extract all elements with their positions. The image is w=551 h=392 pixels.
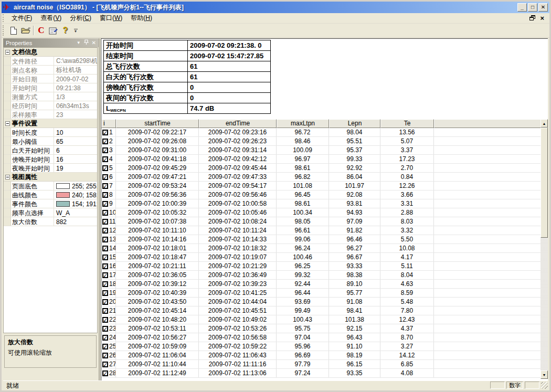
column-header-Te[interactable]: Te (380, 119, 434, 128)
property-value[interactable]: 23 (54, 110, 97, 119)
minimize-button[interactable]: _ (517, 3, 527, 12)
property-value[interactable]: C:\awa6298\机场 (54, 57, 97, 65)
table-row[interactable]: 182009-07-02 10:39:122009-07-02 10:39:23… (101, 280, 541, 289)
checkbox-checked-icon[interactable] (102, 335, 108, 341)
column-header-i[interactable]: i (101, 119, 116, 128)
checkbox-checked-icon[interactable] (102, 201, 108, 207)
scroll-down-icon[interactable]: ▼ (541, 370, 548, 379)
menu-item-C[interactable]: 分析(C) (66, 13, 96, 24)
checkbox-checked-icon[interactable] (102, 370, 108, 376)
property-value[interactable]: 240; 158; 15 (54, 190, 97, 199)
properties-button[interactable] (47, 25, 59, 36)
checkbox-checked-icon[interactable] (102, 326, 108, 332)
menu-item-V[interactable]: 查看(V) (36, 13, 66, 24)
property-value[interactable]: 1/3 (54, 92, 97, 101)
column-header-maxLtpn[interactable]: maxLtpn (277, 119, 329, 128)
collapse-icon[interactable] (5, 50, 10, 55)
checkbox-checked-icon[interactable] (102, 156, 108, 162)
property-value[interactable]: 65 (54, 137, 97, 145)
checkbox-checked-icon[interactable] (102, 272, 108, 278)
checkbox-checked-icon[interactable] (102, 246, 108, 251)
property-value[interactable]: 2009-07-02 (54, 75, 97, 83)
table-row[interactable]: 82009-07-02 09:56:362009-07-02 09:56:469… (101, 190, 541, 199)
table-row[interactable]: 152009-07-02 10:18:472009-07-02 10:19:07… (101, 253, 541, 262)
checkbox-checked-icon[interactable] (102, 210, 108, 216)
properties-panel-header[interactable]: Properties ▼ ✕ (3, 38, 99, 47)
collapse-icon[interactable] (5, 175, 10, 179)
checkbox-checked-icon[interactable] (102, 139, 108, 144)
checkbox-checked-icon[interactable] (102, 290, 108, 296)
property-value[interactable]: 09:21:38 (54, 83, 97, 92)
scroll-up-icon[interactable]: ▲ (541, 119, 548, 128)
table-row[interactable]: 32009-07-02 09:31:002009-07-02 09:31:141… (101, 146, 541, 155)
mdi-close-icon[interactable]: × (540, 15, 544, 21)
mdi-restore-icon[interactable] (529, 15, 536, 21)
checkbox-checked-icon[interactable] (102, 174, 108, 180)
table-row[interactable]: 52009-07-02 09:45:292009-07-02 09:45:449… (101, 164, 541, 173)
toolbar-options-icon[interactable]: ▼ (72, 29, 79, 33)
table-row[interactable]: 192009-07-02 10:40:392009-07-02 10:41:25… (101, 289, 541, 298)
table-row[interactable]: 202009-07-02 10:43:502009-07-02 10:44:04… (101, 298, 541, 306)
toolbar-grip[interactable] (3, 25, 5, 36)
table-row[interactable]: 132009-07-02 10:14:162009-07-02 10:14:33… (101, 235, 541, 244)
menu-item-F[interactable]: 文件(F) (7, 13, 36, 24)
checkbox-checked-icon[interactable] (102, 317, 108, 323)
property-value[interactable]: 19 (54, 164, 97, 172)
property-section-header[interactable]: 事件设置 (4, 119, 97, 128)
table-row[interactable]: 272009-07-02 11:10:442009-07-02 11:11:16… (101, 360, 541, 369)
c-weighting-button[interactable]: C (35, 25, 47, 36)
menu-item-W[interactable]: 窗口(W) (96, 13, 126, 24)
column-header-spacer[interactable] (434, 119, 541, 128)
panel-menu-chevron-icon[interactable]: ▼ (77, 40, 81, 45)
property-value[interactable]: W_A (54, 208, 97, 217)
checkbox-checked-icon[interactable] (102, 130, 108, 135)
checkbox-checked-icon[interactable] (102, 344, 108, 349)
checkbox-checked-icon[interactable] (102, 353, 108, 358)
new-document-button[interactable] (7, 25, 19, 36)
property-value[interactable]: 882 (54, 217, 97, 226)
column-header-Lepn[interactable]: Lepn (329, 119, 380, 128)
table-row[interactable]: 22009-07-02 09:26:082009-07-02 09:26:239… (101, 137, 541, 146)
menu-item-H[interactable]: 帮助(H) (126, 13, 156, 24)
table-row[interactable]: 282009-07-02 11:12:492009-07-02 11:13:06… (101, 369, 541, 378)
checkbox-checked-icon[interactable] (102, 183, 108, 189)
help-button[interactable]: ? (59, 25, 71, 36)
scrollbar-thumb[interactable] (541, 128, 548, 238)
checkbox-checked-icon[interactable] (102, 237, 108, 242)
table-row[interactable]: 92009-07-02 10:00:392009-07-02 10:00:589… (101, 199, 541, 208)
property-value[interactable]: 06h34m13s (54, 101, 97, 110)
table-row[interactable]: 212009-07-02 10:45:142009-07-02 10:45:51… (101, 306, 541, 315)
table-row[interactable]: 72009-07-02 09:53:242009-07-02 09:54:171… (101, 182, 541, 190)
collapse-icon[interactable] (5, 121, 10, 126)
open-button[interactable] (19, 25, 31, 36)
table-row[interactable]: 62009-07-02 09:47:212009-07-02 09:47:339… (101, 173, 541, 182)
checkbox-checked-icon[interactable] (102, 281, 108, 287)
checkbox-checked-icon[interactable] (102, 147, 108, 153)
menubar-grip[interactable] (3, 14, 5, 22)
checkbox-checked-icon[interactable] (102, 299, 108, 305)
table-row[interactable]: 42009-07-02 09:41:182009-07-02 09:42:129… (101, 155, 541, 164)
checkbox-checked-icon[interactable] (102, 263, 108, 269)
property-section-header[interactable]: 视图属性 (4, 173, 97, 182)
table-row[interactable]: 12009-07-02 09:22:172009-07-02 09:23:169… (101, 128, 541, 137)
vertical-scrollbar[interactable]: ▲ ▼ (541, 119, 548, 379)
table-row[interactable]: 162009-07-02 10:21:112009-07-02 10:21:29… (101, 262, 541, 271)
table-row[interactable]: 102009-07-02 10:05:322009-07-02 10:05:46… (101, 208, 541, 217)
table-row[interactable]: 242009-07-02 10:56:272009-07-02 10:56:58… (101, 333, 541, 342)
resize-grip-icon[interactable] (541, 382, 548, 389)
table-row[interactable]: 122009-07-02 10:11:102009-07-02 10:11:24… (101, 226, 541, 235)
property-value[interactable]: 6 (54, 146, 97, 154)
property-value[interactable]: 栎社机场 (54, 66, 97, 74)
checkbox-checked-icon[interactable] (102, 228, 108, 234)
checkbox-checked-icon[interactable] (102, 362, 108, 367)
property-value[interactable]: 154; 191; 18 (54, 199, 97, 208)
mdi-minimize-icon[interactable] (519, 15, 525, 21)
checkbox-checked-icon[interactable] (102, 192, 108, 198)
property-value[interactable]: 255; 255; 25 (54, 182, 97, 190)
table-row[interactable]: 172009-07-02 10:36:052009-07-02 10:36:49… (101, 271, 541, 280)
checkbox-checked-icon[interactable] (102, 308, 108, 314)
table-row[interactable]: 142009-07-02 10:18:012009-07-02 10:18:32… (101, 244, 541, 253)
maximize-button[interactable]: □ (528, 3, 537, 12)
table-row[interactable]: 252009-07-02 10:59:092009-07-02 10:59:22… (101, 342, 541, 351)
column-header-endTime[interactable]: endTime (199, 119, 277, 128)
